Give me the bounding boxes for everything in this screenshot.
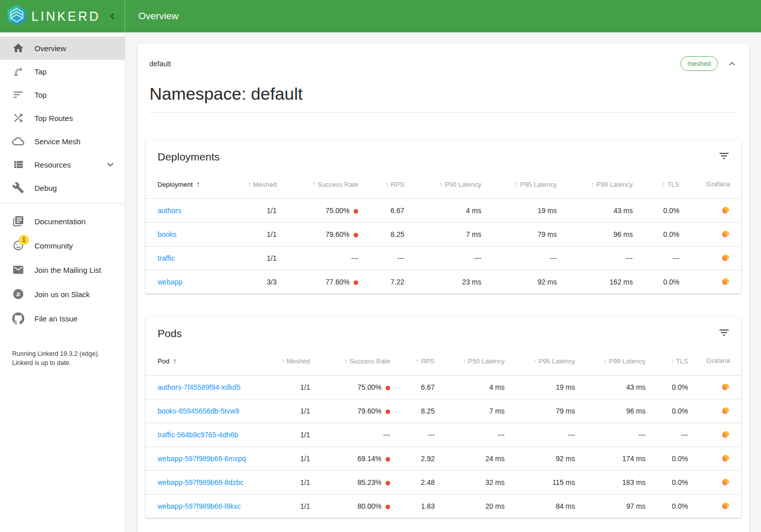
sidebar-item-label: Resources bbox=[34, 160, 71, 169]
sidebar-item-mailing-list[interactable]: Join the Mailing List bbox=[0, 258, 125, 282]
resource-link[interactable]: authors bbox=[158, 207, 181, 215]
grafana-icon[interactable] bbox=[721, 254, 730, 263]
resource-link[interactable]: webapp-597f989b66-l8kxc bbox=[158, 502, 241, 510]
grafana-cell bbox=[688, 375, 742, 399]
resource-link[interactable]: books-65945656db-5tvw9 bbox=[158, 407, 239, 415]
brand-name: LINKERD bbox=[31, 9, 100, 24]
grafana-icon[interactable] bbox=[721, 277, 730, 287]
resource-link[interactable]: webapp-597f989b66-6mxpq bbox=[158, 455, 246, 463]
filter-icon[interactable] bbox=[718, 326, 730, 339]
tls-cell: 0.0% bbox=[645, 470, 688, 494]
column-header-p50[interactable]: ↑P50 Latency bbox=[435, 347, 505, 375]
sort-arrow-icon: ↑ bbox=[248, 180, 251, 188]
rps-cell: --- bbox=[358, 246, 404, 270]
deployments-card: Deployments Deployment↑ ↑Meshed ↑Success… bbox=[145, 140, 741, 294]
p50-cell: 24 ms bbox=[435, 446, 505, 470]
resource-link[interactable]: webapp-597f989b66-8dzbc bbox=[158, 478, 244, 486]
rps-cell: 8.25 bbox=[390, 399, 435, 423]
column-header-success-rate[interactable]: ↑Success Rate bbox=[310, 347, 390, 375]
filter-icon[interactable] bbox=[718, 150, 730, 162]
meshed-cell: 1/1 bbox=[234, 246, 277, 270]
rps-cell: 2.92 bbox=[390, 446, 435, 470]
chevron-down-icon[interactable] bbox=[104, 158, 117, 171]
page-title: Overview bbox=[125, 0, 178, 32]
sidebar-item-label: Overview bbox=[34, 44, 66, 53]
linkerd-logo-icon bbox=[7, 4, 27, 28]
table-row: books 1/1 79.60% 8.25 7 ms 79 ms 96 ms 0… bbox=[145, 222, 742, 246]
sidebar-item-top[interactable]: Top bbox=[0, 83, 125, 106]
column-header-pod[interactable]: Pod↑ bbox=[145, 347, 254, 375]
column-header-rps[interactable]: ↑RPS bbox=[358, 170, 404, 198]
p99-cell: --- bbox=[575, 423, 645, 446]
resource-link[interactable]: books bbox=[158, 230, 176, 238]
grafana-icon[interactable] bbox=[721, 383, 730, 392]
success-rate-cell: 75.00% bbox=[310, 375, 390, 399]
column-header-rps[interactable]: ↑RPS bbox=[390, 347, 435, 375]
meshed-cell: 1/1 bbox=[254, 399, 310, 423]
sidebar-item-slack[interactable]: # Join us on Slack bbox=[0, 282, 125, 306]
resource-link[interactable]: traffic-564b9c9765-4dh6b bbox=[158, 431, 238, 439]
grafana-cell bbox=[679, 246, 742, 270]
p99-cell: 183 ms bbox=[575, 470, 645, 494]
column-header-tls[interactable]: ↑TLS bbox=[633, 170, 679, 198]
grafana-icon[interactable] bbox=[721, 430, 730, 439]
grafana-icon[interactable] bbox=[721, 454, 730, 463]
p95-cell: 19 ms bbox=[481, 198, 557, 222]
sidebar-item-label: Top Routes bbox=[34, 114, 73, 122]
column-header-p99[interactable]: ↑P99 Latency bbox=[575, 347, 645, 375]
docs-icon bbox=[12, 215, 24, 227]
heading-divider bbox=[149, 112, 737, 113]
meshed-cell: 3/3 bbox=[234, 270, 277, 294]
sidebar-item-debug[interactable]: Debug bbox=[0, 176, 125, 199]
table-row: authors 1/1 75.00% 6.67 4 ms 19 ms 43 ms… bbox=[145, 198, 742, 222]
tls-cell: --- bbox=[633, 246, 679, 270]
column-header-deployment[interactable]: Deployment↑ bbox=[145, 170, 234, 198]
pods-table: Pod↑ ↑Meshed ↑Success Rate ↑RPS ↑P50 Lat… bbox=[145, 347, 742, 518]
p50-cell: 7 ms bbox=[435, 399, 505, 423]
rps-cell: 1.83 bbox=[390, 494, 435, 518]
sort-arrow-icon: ↑ bbox=[603, 357, 607, 365]
p95-cell: 92 ms bbox=[481, 270, 557, 294]
resource-link[interactable]: authors-7f45589f94-xdkd5 bbox=[158, 383, 240, 391]
column-header-meshed[interactable]: ↑Meshed bbox=[254, 347, 310, 375]
sort-arrow-icon: ↑ bbox=[662, 180, 665, 188]
column-header-success-rate[interactable]: ↑Success Rate bbox=[277, 170, 358, 198]
meshed-cell: 1/1 bbox=[234, 198, 277, 222]
column-header-p99[interactable]: ↑P99 Latency bbox=[557, 170, 633, 198]
sidebar-item-community[interactable]: 1 Community bbox=[0, 233, 125, 258]
column-header-p95[interactable]: ↑P95 Latency bbox=[481, 170, 557, 198]
top-lines-icon bbox=[12, 89, 24, 101]
column-header-p95[interactable]: ↑P95 Latency bbox=[505, 347, 575, 375]
p95-cell: 84 ms bbox=[505, 494, 575, 518]
sidebar-item-resources[interactable]: Resources bbox=[0, 153, 125, 176]
rps-cell: 8.25 bbox=[358, 222, 404, 246]
sidebar-item-top-routes[interactable]: Top Routes bbox=[0, 106, 125, 130]
sort-arrow-icon: ↑ bbox=[463, 357, 466, 365]
sidebar-collapse-icon[interactable] bbox=[106, 10, 119, 22]
chevron-up-icon[interactable] bbox=[726, 58, 738, 70]
p99-cell: 174 ms bbox=[575, 446, 645, 470]
meshed-chip[interactable]: meshed bbox=[680, 56, 718, 71]
table-row: webapp-597f989b66-6mxpq 1/1 69.14% 2.92 … bbox=[145, 446, 742, 470]
table-row: webapp-597f989b66-8dzbc 1/1 85.23% 2.48 … bbox=[145, 470, 742, 494]
resource-name-cell: books bbox=[145, 222, 234, 246]
grafana-icon[interactable] bbox=[721, 406, 730, 416]
resource-name-cell: webapp bbox=[145, 270, 234, 294]
grafana-icon[interactable] bbox=[721, 478, 730, 487]
column-header-meshed[interactable]: ↑Meshed bbox=[234, 170, 277, 198]
grafana-icon[interactable] bbox=[721, 206, 730, 215]
grafana-icon[interactable] bbox=[721, 502, 730, 511]
column-header-p50[interactable]: ↑P50 Latency bbox=[404, 170, 481, 198]
sidebar-item-file-issue[interactable]: File an Issue bbox=[0, 306, 125, 331]
grafana-icon[interactable] bbox=[721, 230, 730, 239]
resource-link[interactable]: traffic bbox=[158, 254, 175, 262]
namespace-header-row: default meshed bbox=[137, 44, 749, 71]
sidebar-item-overview[interactable]: Overview bbox=[0, 36, 125, 60]
sidebar-item-label: Documentation bbox=[34, 217, 86, 226]
resource-link[interactable]: webapp bbox=[158, 278, 182, 286]
sidebar-item-service-mesh[interactable]: Service Mesh bbox=[0, 130, 125, 153]
sidebar-item-documentation[interactable]: Documentation bbox=[0, 209, 125, 233]
status-dot bbox=[386, 410, 390, 414]
column-header-tls[interactable]: ↑TLS bbox=[645, 347, 688, 375]
sidebar-item-tap[interactable]: Tap bbox=[0, 60, 125, 83]
